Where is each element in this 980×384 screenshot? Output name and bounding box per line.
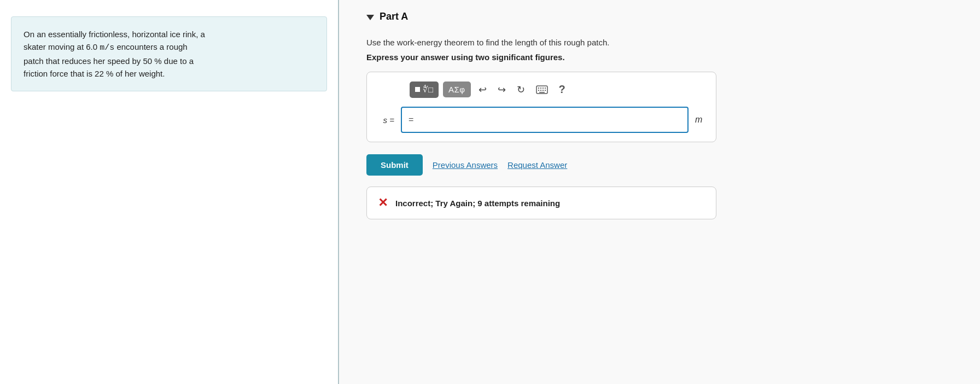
math-symbol-label: AΣφ <box>448 85 465 94</box>
problem-text-line2: skater moving at 6.0 m/s encounters a ro… <box>24 42 188 51</box>
part-header: Part A <box>366 11 953 22</box>
svg-rect-9 <box>539 92 545 93</box>
left-panel: On an essentially frictionless, horizont… <box>0 0 339 384</box>
input-row: s = m <box>377 107 706 133</box>
redo-button[interactable]: ↪ <box>494 82 509 98</box>
variable-label: s = <box>377 115 394 125</box>
radical-square-icon <box>415 87 420 92</box>
svg-rect-2 <box>540 88 541 89</box>
submit-button[interactable]: Submit <box>366 154 423 176</box>
collapse-chevron-icon[interactable] <box>366 15 374 20</box>
question-text: Use the work-energy theorem to find the … <box>366 38 953 47</box>
incorrect-icon: ✕ <box>378 196 388 210</box>
unit-label: m <box>695 115 706 125</box>
math-toolbar: ∜□ AΣφ ↩ ↪ ↻ <box>377 81 706 98</box>
right-panel: Part A Use the work-energy theorem to fi… <box>339 0 980 384</box>
radical-label: ∜□ <box>423 85 433 95</box>
math-radical-button[interactable]: ∜□ <box>410 82 439 98</box>
previous-answers-button[interactable]: Previous Answers <box>433 160 498 170</box>
problem-text-line4: friction force that is 22 % of her weigh… <box>24 69 165 78</box>
svg-rect-5 <box>538 90 539 91</box>
part-label: Part A <box>380 11 408 22</box>
action-row: Submit Previous Answers Request Answer <box>366 154 716 176</box>
express-instruction: Express your answer using two significan… <box>366 53 953 62</box>
answer-box: ∜□ AΣφ ↩ ↪ ↻ <box>366 72 716 142</box>
problem-text-line1: On an essentially frictionless, horizont… <box>24 30 205 39</box>
feedback-message: Incorrect; Try Again; 9 attempts remaini… <box>395 199 560 208</box>
svg-rect-6 <box>540 90 541 91</box>
undo-button[interactable]: ↩ <box>475 82 490 98</box>
svg-rect-7 <box>542 90 544 91</box>
speed-unit: m/s <box>100 43 114 53</box>
problem-text-line3: patch that reduces her speed by 50 % due… <box>24 56 194 66</box>
svg-rect-3 <box>542 88 544 89</box>
math-symbol-button[interactable]: AΣφ <box>443 82 471 97</box>
svg-rect-8 <box>545 90 546 91</box>
keyboard-button[interactable] <box>533 83 551 96</box>
request-answer-button[interactable]: Request Answer <box>508 160 567 170</box>
reset-button[interactable]: ↻ <box>514 82 528 98</box>
problem-statement: On an essentially frictionless, horizont… <box>11 16 327 91</box>
help-button[interactable]: ? <box>556 81 569 98</box>
feedback-box: ✕ Incorrect; Try Again; 9 attempts remai… <box>366 187 716 219</box>
answer-input[interactable] <box>401 107 689 133</box>
svg-rect-1 <box>538 88 539 89</box>
svg-rect-4 <box>545 88 546 89</box>
